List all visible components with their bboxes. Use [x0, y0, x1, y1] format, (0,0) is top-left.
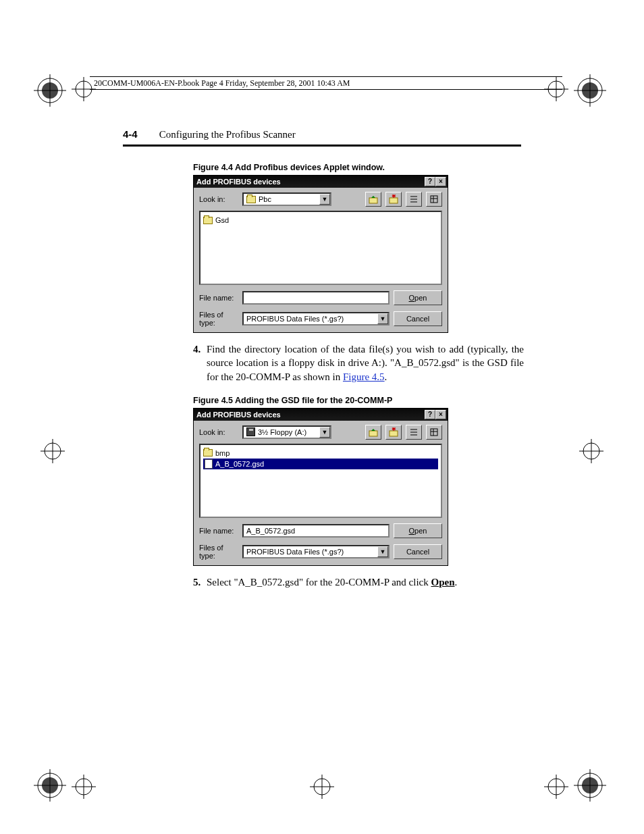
regmark-bl [34, 769, 66, 802]
filename-label: File name: [199, 294, 238, 302]
open-word: Open [431, 577, 454, 588]
dialog-titlebar: Add PROFIBUS devices ? × [194, 409, 448, 421]
file-list[interactable]: bmp A_B_0572.gsd [199, 444, 442, 518]
details-view-button[interactable] [426, 425, 442, 440]
regmark-tl [34, 74, 66, 107]
file-item-gsdfile[interactable]: A_B_0572.gsd [203, 459, 438, 469]
crosshair-ml [39, 438, 66, 465]
open-button[interactable]: Open [394, 290, 442, 305]
step-text: Select "A_B_0572.gsd" for the 20-COMM-P … [207, 577, 431, 588]
svg-rect-52 [431, 429, 437, 436]
lookin-value: 3½ Floppy (A:) [258, 428, 306, 436]
up-folder-button[interactable] [365, 425, 381, 440]
chapter-title: Configuring the Profibus Scanner [159, 129, 296, 140]
new-folder-button[interactable]: ✱ [385, 425, 402, 440]
new-folder-button[interactable]: ✱ [385, 192, 402, 207]
filetype-value: PROFIBUS Data Files (*.gs?) [246, 548, 344, 556]
filetype-label: Files of type: [199, 311, 238, 327]
dropdown-icon[interactable]: ▼ [377, 546, 388, 557]
dialog-titlebar: Add PROFIBUS devices ? × [194, 176, 448, 188]
folder-icon [246, 196, 256, 203]
up-folder-button[interactable] [365, 192, 381, 207]
filetype-combo[interactable]: PROFIBUS Data Files (*.gs?) ▼ [242, 312, 390, 325]
lookin-combo[interactable]: 3½ Floppy (A:) ▼ [242, 425, 331, 439]
file-list[interactable]: Gsd [199, 211, 442, 285]
crosshair-bc [308, 773, 336, 800]
svg-text:✱: ✱ [392, 427, 396, 432]
filetype-value: PROFIBUS Data Files (*.gs?) [246, 315, 344, 323]
figure-4-4-caption: Figure 4.4 Add Profibus devices Applet w… [193, 163, 521, 172]
step-number: 5. [193, 575, 200, 589]
dropdown-icon[interactable]: ▼ [319, 194, 330, 205]
book-header: 20COMM-UM006A-EN-P.book Page 4 Friday, S… [90, 76, 562, 90]
file-icon [205, 459, 213, 469]
list-view-button[interactable] [406, 425, 422, 440]
filename-label: File name: [199, 527, 238, 535]
open-button[interactable]: Open [394, 523, 442, 538]
filename-input[interactable] [242, 291, 390, 305]
crosshair-mr [578, 438, 605, 465]
figure-link[interactable]: Figure 4.5 [343, 371, 385, 382]
step-4: 4. Find the directory location of the da… [207, 342, 524, 384]
header-rule [123, 145, 521, 147]
step-5: 5. Select "A_B_0572.gsd" for the 20-COMM… [207, 575, 524, 589]
svg-text:✱: ✱ [392, 194, 396, 199]
lookin-value: Pbc [259, 195, 271, 203]
close-button[interactable]: × [435, 177, 446, 186]
step-number: 4. [193, 342, 200, 356]
crosshair-bl [70, 773, 97, 800]
regmark-tr [574, 74, 606, 107]
help-button[interactable]: ? [425, 177, 435, 186]
file-item-bmp[interactable]: bmp [203, 448, 438, 459]
page-number: 4-4 [123, 128, 138, 140]
dialog-title: Add PROFIBUS devices [196, 178, 281, 186]
details-view-button[interactable] [426, 192, 442, 207]
regmark-br [574, 769, 606, 802]
file-item-label: A_B_0572.gsd [215, 460, 264, 468]
dialog-add-profibus-1: Add PROFIBUS devices ? × Look in: Pbc ▼ … [193, 175, 448, 333]
folder-icon [203, 449, 213, 457]
folder-icon [203, 217, 213, 224]
file-item-gsd[interactable]: Gsd [203, 215, 438, 226]
crosshair-br [543, 773, 570, 800]
figure-4-5-caption: Figure 4.5 Adding the GSD file for the 2… [193, 396, 521, 405]
file-item-label: Gsd [215, 216, 229, 224]
filetype-combo[interactable]: PROFIBUS Data Files (*.gs?) ▼ [242, 545, 390, 558]
close-button[interactable]: × [435, 410, 446, 419]
filename-input[interactable]: A_B_0572.gsd [242, 524, 390, 538]
dialog-add-profibus-2: Add PROFIBUS devices ? × Look in: 3½ Flo… [193, 408, 448, 566]
cancel-button[interactable]: Cancel [394, 311, 442, 326]
lookin-label: Look in: [199, 195, 238, 203]
svg-rect-37 [369, 198, 377, 203]
page-header: 4-4 Configuring the Profibus Scanner [123, 128, 521, 147]
dropdown-icon[interactable]: ▼ [319, 427, 330, 438]
svg-rect-46 [369, 431, 377, 436]
lookin-combo[interactable]: Pbc ▼ [242, 192, 331, 206]
lookin-label: Look in: [199, 428, 238, 436]
help-button[interactable]: ? [425, 410, 435, 419]
floppy-icon [246, 427, 255, 436]
svg-rect-43 [431, 196, 437, 203]
cancel-button[interactable]: Cancel [394, 544, 442, 559]
filetype-label: Files of type: [199, 544, 238, 560]
dropdown-icon[interactable]: ▼ [377, 313, 388, 324]
header-text: 20COMM-UM006A-EN-P.book Page 4 Friday, S… [94, 78, 350, 88]
list-view-button[interactable] [406, 192, 422, 207]
file-item-label: bmp [215, 449, 230, 457]
dialog-title: Add PROFIBUS devices [196, 411, 281, 419]
